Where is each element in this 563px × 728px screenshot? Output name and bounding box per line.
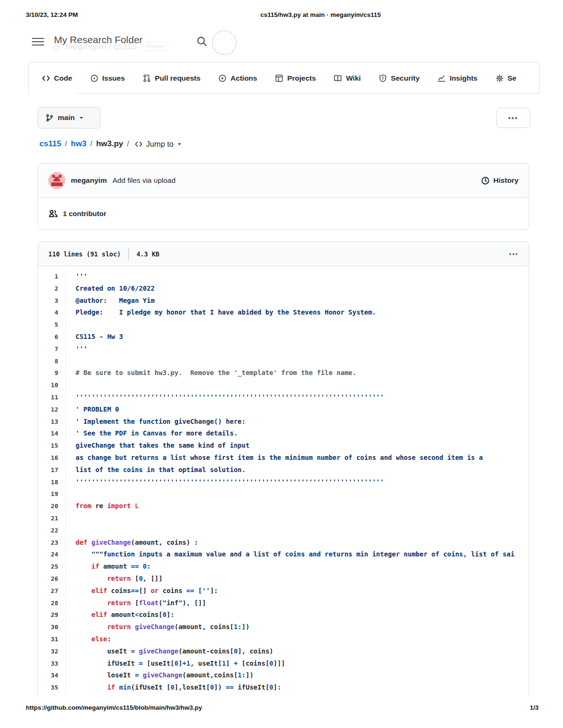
code-line: 27 elif coins==[] or coins == ['']: <box>38 585 529 597</box>
code-line: 16as change but returns a list whose fir… <box>38 452 529 464</box>
commit-message-link[interactable]: Add files via upload <box>113 176 175 185</box>
line-number[interactable]: 2 <box>38 283 66 295</box>
breadcrumb-dir-link[interactable]: hw3 <box>71 139 86 149</box>
chevron-down-icon <box>79 115 84 120</box>
code-text: useIt = giveChange(amount-coins[0], coin… <box>66 645 274 658</box>
branch-name: main <box>58 113 75 122</box>
code-text: ' See the PDF in Canvas for more details… <box>66 428 238 440</box>
code-line: 7''' <box>38 343 529 355</box>
jump-to-menu[interactable]: Jump to <box>135 140 182 149</box>
branch-selector-button[interactable]: main <box>38 107 100 128</box>
line-number[interactable]: 7 <box>38 343 66 355</box>
line-number[interactable]: 11 <box>38 391 66 404</box>
line-number[interactable]: 6 <box>38 331 66 343</box>
hamburger-menu-icon[interactable] <box>32 36 44 46</box>
line-number[interactable]: 28 <box>38 597 66 609</box>
line-number[interactable]: 14 <box>38 428 66 440</box>
line-number[interactable]: 23 <box>38 537 66 549</box>
code-line: 31 else: <box>38 633 529 645</box>
graph-icon <box>437 74 446 83</box>
line-number[interactable]: 3 <box>38 295 66 307</box>
code-text <box>66 512 76 525</box>
line-number[interactable]: 17 <box>38 464 66 476</box>
site-header: meganyim / cs115 Private My Research Fol… <box>28 29 540 55</box>
line-number[interactable]: 4 <box>38 307 66 319</box>
print-datetime: 3/10/23, 12:24 PM <box>26 11 78 18</box>
line-number[interactable]: 10 <box>38 379 66 391</box>
code-text: """function inputs a maximum value and a… <box>66 548 515 561</box>
file-lines-info: 110 lines (91 sloc) <box>48 250 121 258</box>
line-number[interactable]: 18 <box>38 476 66 488</box>
commit-author-name[interactable]: meganyim <box>71 176 107 185</box>
code-line: 2Created on 10/6/2022 <box>38 283 529 295</box>
tab-wiki[interactable]: Wiki <box>332 62 363 94</box>
code-text: elif coins==[] or coins == ['']: <box>66 585 218 597</box>
code-line: 24 """function inputs a maximum value an… <box>38 548 529 561</box>
code-line: 19 <box>38 488 529 500</box>
line-number[interactable]: 22 <box>38 525 66 537</box>
line-number[interactable]: 29 <box>38 609 66 621</box>
line-number[interactable]: 1 <box>38 270 66 283</box>
tab-security[interactable]: Security <box>377 62 421 94</box>
code-line: 25 if amount == 0: <box>38 561 529 573</box>
code-text: def giveChange(amount, coins) : <box>66 537 198 549</box>
code-line: 1''' <box>38 270 529 283</box>
line-number[interactable]: 5 <box>38 319 66 331</box>
line-number[interactable]: 27 <box>38 585 66 597</box>
contributors-row[interactable]: 1 contributor <box>38 198 529 229</box>
avatar[interactable] <box>212 30 236 55</box>
line-number[interactable]: 16 <box>38 452 66 464</box>
tab-projects[interactable]: Projects <box>273 62 318 94</box>
line-number[interactable]: 19 <box>38 488 66 500</box>
history-button[interactable]: History <box>481 176 518 185</box>
code-line: 30 return giveChange(amount, coins[1:]) <box>38 621 529 633</box>
file-header-kebab-button[interactable]: ••• <box>509 250 518 257</box>
commit-author-avatar[interactable] <box>48 172 65 189</box>
line-number[interactable]: 26 <box>38 573 66 585</box>
file-header: 110 lines (91 sloc) 4.3 KB ••• <box>38 242 529 266</box>
code-text: ' PROBLEM 0 <box>66 404 119 416</box>
line-number[interactable]: 15 <box>38 440 66 452</box>
code-line: 3@author: Megan Yim <box>38 295 529 307</box>
code-text <box>66 525 76 537</box>
print-source-url: https://github.com/meganyim/cs115/blob/m… <box>26 704 202 711</box>
line-number[interactable]: 31 <box>38 633 66 645</box>
code-line: 13' Implement the function giveChange() … <box>38 416 529 428</box>
tab-actions[interactable]: Actions <box>216 62 259 94</box>
line-number[interactable]: 30 <box>38 621 66 633</box>
code-text: giveChange that takes the same kind of i… <box>66 440 250 452</box>
line-number[interactable]: 12 <box>38 404 66 416</box>
people-icon <box>48 209 58 218</box>
line-number[interactable]: 35 <box>38 682 66 694</box>
line-number[interactable]: 25 <box>38 561 66 573</box>
line-number[interactable]: 21 <box>38 512 66 525</box>
tab-issues[interactable]: Issues <box>88 62 127 94</box>
code-text: ifUseIt = [useIt[0]+1, useIt[1] + [coins… <box>66 658 285 670</box>
code-text: return [float("inf"), []] <box>66 597 206 609</box>
code-text: ''' <box>66 270 87 283</box>
line-number[interactable]: 9 <box>38 367 66 379</box>
file-actions-kebab-button[interactable]: ••• <box>496 108 530 128</box>
line-number[interactable]: 24 <box>38 548 66 561</box>
page-title: My Research Folder <box>54 34 143 45</box>
tab-code[interactable]: Code <box>40 62 74 94</box>
breadcrumb: cs115 / hw3 / hw3.py / Jump to <box>39 139 182 149</box>
code-text <box>66 379 76 391</box>
line-number[interactable]: 33 <box>38 658 66 670</box>
tab-pull-requests[interactable]: Pull requests <box>141 62 202 94</box>
code-line: 23def giveChange(amount, coins) : <box>38 537 529 549</box>
line-number[interactable]: 34 <box>38 669 66 682</box>
code-text: loseIt = giveChange(amount,coins[1:]) <box>66 669 253 682</box>
tab-settings[interactable]: Se <box>494 62 518 94</box>
breadcrumb-repo-link[interactable]: cs115 <box>39 139 61 149</box>
code-line: 33 ifUseIt = [useIt[0]+1, useIt[1] + [co… <box>38 658 529 670</box>
search-icon[interactable] <box>196 36 207 47</box>
tab-insights[interactable]: Insights <box>435 62 479 94</box>
line-number[interactable]: 8 <box>38 355 66 368</box>
line-number[interactable]: 20 <box>38 500 66 512</box>
line-number[interactable]: 13 <box>38 416 66 428</box>
code-line: 28 return [float("inf"), []] <box>38 597 529 609</box>
code-line: 21 <box>38 512 529 525</box>
contributors-label: 1 contributor <box>63 210 107 218</box>
line-number[interactable]: 32 <box>38 645 66 658</box>
